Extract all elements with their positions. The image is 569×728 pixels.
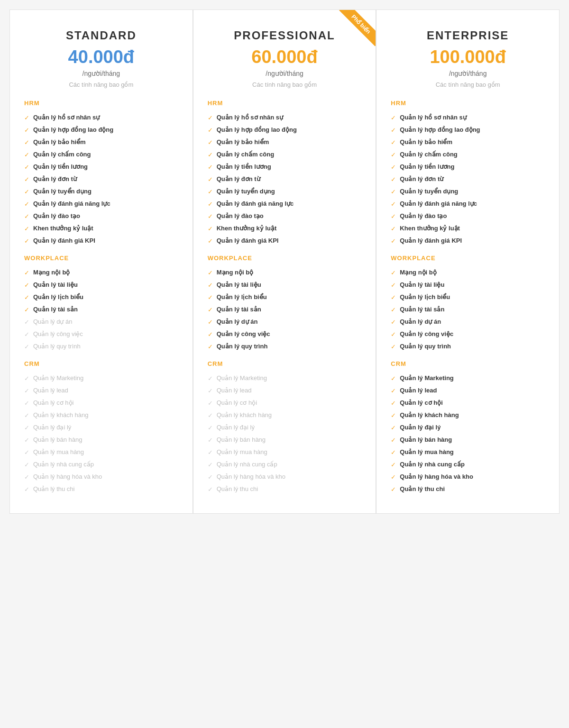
feature-item: ✓ Quản lý tài sản	[208, 303, 362, 316]
feature-item: ✓ Quản lý hàng hóa và kho	[208, 471, 362, 483]
feature-list: ✓ Mạng nội bộ ✓ Quản lý tài liệu ✓ Quản …	[24, 266, 178, 353]
feature-item: ✓ Quản lý đào tạo	[208, 210, 362, 222]
check-icon: ✓	[24, 139, 29, 146]
plan-professional: Phổ biến PROFESSIONAL 60.000đ /người/thá…	[193, 9, 376, 514]
check-icon: ✓	[391, 139, 396, 146]
check-icon: ✓	[391, 127, 396, 134]
feature-item: ✓ Quản lý bán hàng	[24, 434, 178, 446]
check-icon: ✓	[208, 486, 213, 493]
check-icon: ✓	[208, 127, 213, 134]
feature-text: Khen thưởng kỷ luật	[217, 225, 277, 232]
feature-text: Quản lý đơn từ	[33, 175, 77, 182]
check-icon: ✓	[24, 375, 29, 382]
feature-item: ✓ Quản lý khách hàng	[24, 409, 178, 421]
check-icon: ✓	[391, 412, 396, 419]
check-icon: ✓	[391, 486, 396, 493]
feature-text: Quản lý lịch biểu	[400, 293, 450, 300]
feature-text: Quản lý thu chi	[33, 485, 75, 492]
feature-text: Quản lý quy trình	[217, 343, 268, 350]
check-icon: ✓	[391, 400, 396, 407]
feature-text: Quản lý bán hàng	[33, 436, 82, 443]
check-icon: ✓	[208, 164, 213, 171]
feature-text: Quản lý mua hàng	[400, 448, 453, 455]
check-icon: ✓	[391, 437, 396, 444]
feature-text: Quản lý đại lý	[217, 424, 255, 431]
feature-text: Quản lý Marketing	[400, 374, 453, 382]
feature-item: ✓ Quản lý lead	[24, 384, 178, 397]
check-icon: ✓	[208, 437, 213, 444]
check-icon: ✓	[208, 188, 213, 195]
check-icon: ✓	[24, 200, 29, 208]
check-icon: ✓	[391, 237, 396, 245]
feature-item: ✓ Quản lý đại lý	[391, 421, 545, 434]
feature-item: ✓ Quản lý bảo hiểm	[208, 136, 362, 148]
feature-text: Quản lý tài liệu	[33, 281, 78, 288]
feature-item: ✓ Khen thưởng kỷ luật	[391, 222, 545, 235]
feature-text: Quản lý đại lý	[33, 424, 71, 431]
feature-item: ✓ Quản lý tiền lương	[24, 161, 178, 173]
feature-text: Quản lý bảo hiểm	[33, 138, 86, 146]
feature-text: Quản lý tuyển dụng	[217, 188, 275, 195]
feature-text: Quản lý tiền lương	[33, 163, 88, 170]
check-icon: ✓	[24, 213, 29, 220]
check-icon: ✓	[24, 424, 29, 431]
feature-item: ✓ Quản lý quy trình	[208, 340, 362, 353]
feature-item: ✓ Quản lý bán hàng	[391, 434, 545, 446]
section-title-workplace: WORKPLACE	[24, 255, 178, 262]
check-icon: ✓	[391, 473, 396, 481]
check-icon: ✓	[391, 449, 396, 456]
check-icon: ✓	[24, 473, 29, 481]
check-icon: ✓	[24, 412, 29, 419]
plan-period: /người/tháng	[24, 70, 178, 77]
feature-text: Quản lý bán hàng	[400, 436, 452, 443]
feature-text: Quản lý khách hàng	[400, 411, 459, 419]
feature-text: Quản lý công việc	[33, 330, 83, 337]
feature-text: Quản lý đơn từ	[217, 175, 260, 182]
check-icon: ✓	[391, 461, 396, 468]
feature-item: ✓ Quản lý đơn từ	[24, 173, 178, 185]
feature-item: ✓ Quản lý đại lý	[24, 421, 178, 434]
feature-text: Quản lý quy trình	[400, 343, 451, 350]
feature-item: ✓ Quản lý đào tạo	[391, 210, 545, 222]
feature-text: Quản lý cơ hội	[400, 399, 442, 406]
feature-text: Quản lý hợp đồng lao động	[217, 126, 297, 133]
feature-text: Quản lý dự án	[33, 318, 73, 325]
check-icon: ✓	[391, 164, 396, 171]
feature-list: ✓ Quản lý hồ sơ nhân sự ✓ Quản lý hợp đồ…	[24, 111, 178, 247]
feature-text: Quản lý tiền lương	[217, 163, 271, 170]
check-icon: ✓	[391, 318, 396, 326]
feature-text: Quản lý đại lý	[400, 424, 441, 431]
feature-text: Mạng nội bộ	[400, 269, 436, 276]
feature-item: ✓ Quản lý tiền lương	[208, 161, 362, 173]
feature-item: ✓ Quản lý đánh giá năng lực	[391, 198, 545, 210]
plan-period: /người/tháng	[391, 70, 545, 77]
feature-text: Quản lý bảo hiểm	[400, 138, 452, 146]
feature-item: ✓ Quản lý lịch biểu	[24, 291, 178, 303]
feature-item: ✓ Quản lý dự án	[391, 316, 545, 328]
check-icon: ✓	[391, 331, 396, 338]
feature-item: ✓ Quản lý lead	[208, 384, 362, 397]
check-icon: ✓	[24, 387, 29, 394]
plan-period: /người/tháng	[208, 70, 362, 77]
feature-item: ✓ Quản lý Marketing	[24, 372, 178, 384]
feature-item: ✓ Quản lý bán hàng	[208, 434, 362, 446]
feature-item: ✓ Quản lý nhà cung cấp	[391, 458, 545, 471]
feature-item: ✓ Quản lý hàng hóa và kho	[24, 471, 178, 483]
feature-item: ✓ Quản lý cơ hội	[208, 397, 362, 409]
plan-desc: Các tính năng bao gồm	[208, 81, 362, 88]
check-icon: ✓	[208, 387, 213, 394]
feature-item: ✓ Quản lý công việc	[391, 328, 545, 340]
feature-list: ✓ Quản lý Marketing ✓ Quản lý lead ✓ Quả…	[24, 372, 178, 495]
feature-item: ✓ Quản lý tiền lương	[391, 161, 545, 173]
feature-text: Quản lý đào tạo	[400, 212, 447, 219]
feature-text: Quản lý chấm công	[33, 151, 91, 158]
plan-title: ENTERPRISE	[391, 29, 545, 42]
feature-text: Khen thưởng kỷ luật	[400, 225, 460, 232]
plan-desc: Các tính năng bao gồm	[24, 81, 178, 88]
feature-item: ✓ Quản lý quy trình	[24, 340, 178, 353]
check-icon: ✓	[24, 237, 29, 245]
check-icon: ✓	[24, 188, 29, 195]
feature-text: Khen thưởng kỷ luật	[33, 225, 93, 232]
feature-item: ✓ Mạng nội bộ	[208, 266, 362, 279]
feature-item: ✓ Quản lý lịch biểu	[391, 291, 545, 303]
